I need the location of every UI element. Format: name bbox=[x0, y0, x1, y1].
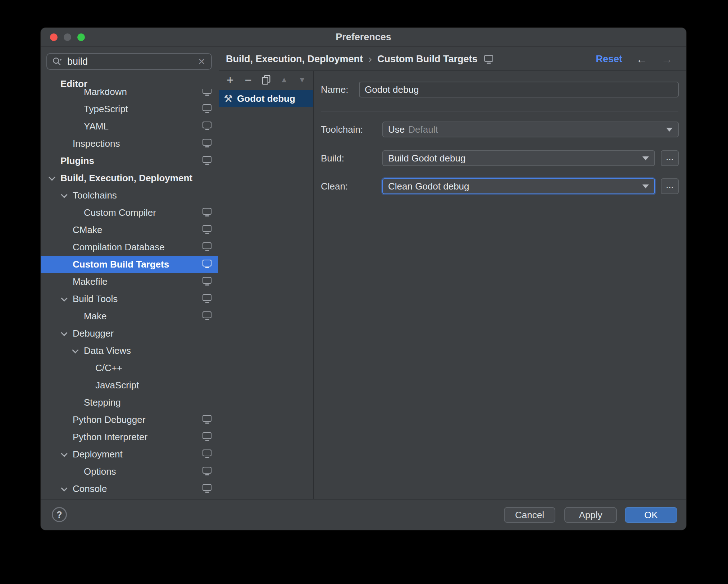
sidebar-item-javascript[interactable]: JavaScript bbox=[41, 377, 218, 394]
chevron-down-icon[interactable] bbox=[61, 329, 67, 336]
sidebar-item-toolchains[interactable]: Toolchains bbox=[41, 187, 218, 204]
sidebar-item-label: CMake bbox=[73, 221, 102, 238]
sidebar-item-data-views[interactable]: Data Views bbox=[41, 342, 218, 359]
monitor-icon bbox=[484, 55, 493, 62]
monitor-icon bbox=[203, 225, 211, 232]
sidebar-item-label: YAML bbox=[84, 118, 109, 135]
close-button[interactable] bbox=[50, 33, 58, 41]
clean-label: Clean: bbox=[321, 178, 348, 194]
zoom-button[interactable] bbox=[77, 33, 85, 41]
header-actions: Reset ← → bbox=[596, 47, 673, 71]
build-more-button[interactable]: ... bbox=[661, 150, 679, 166]
sidebar-item-label: Console bbox=[73, 480, 107, 497]
dialog-footer: ? Cancel Apply OK bbox=[41, 499, 686, 530]
clear-search-icon[interactable]: ✕ bbox=[196, 56, 207, 67]
back-arrow-icon[interactable]: ← bbox=[636, 53, 647, 65]
sidebar-item-label: Debugger bbox=[73, 325, 114, 342]
ok-button[interactable]: OK bbox=[625, 507, 677, 523]
chevron-down-icon bbox=[642, 156, 649, 160]
sidebar-item-c-c[interactable]: C/C++ bbox=[41, 359, 218, 377]
breadcrumb-parent[interactable]: Build, Execution, Deployment bbox=[226, 54, 363, 65]
target-list-toolbar: +−▲▼ bbox=[219, 71, 313, 89]
monitor-icon bbox=[203, 277, 211, 284]
target-list-item-label: Godot debug bbox=[237, 93, 295, 104]
sidebar-item-label: Data Views bbox=[84, 342, 131, 359]
monitor-icon bbox=[203, 467, 211, 474]
move-up-icon[interactable]: ▲ bbox=[276, 72, 292, 88]
move-down-icon[interactable]: ▼ bbox=[294, 72, 310, 88]
monitor-icon bbox=[203, 208, 211, 215]
sidebar-item-python-interpreter[interactable]: Python Interpreter bbox=[41, 428, 218, 446]
sidebar-sticky-header-editor[interactable]: Editor bbox=[41, 71, 218, 89]
add-icon[interactable]: + bbox=[222, 72, 238, 88]
breadcrumb-current[interactable]: Custom Build Targets bbox=[377, 54, 478, 65]
sidebar-item-console[interactable]: Console bbox=[41, 480, 218, 497]
settings-tree: MarkdownTypeScriptYAMLInspectionsPlugins… bbox=[41, 83, 218, 497]
clean-select[interactable]: Clean Godot debug bbox=[382, 178, 655, 194]
chevron-down-icon[interactable] bbox=[61, 191, 67, 198]
sidebar-item-debugger[interactable]: Debugger bbox=[41, 325, 218, 342]
window-title: Preferences bbox=[41, 28, 686, 47]
sidebar-item-custom-build-targets[interactable]: Custom Build Targets bbox=[41, 256, 218, 273]
sidebar-item-options[interactable]: Options bbox=[41, 463, 218, 480]
name-input[interactable] bbox=[359, 82, 679, 97]
target-list-item-godot-debug[interactable]: ⚒Godot debug bbox=[219, 90, 313, 107]
target-settings-form: Name: Toolchain: Use Default Build: Buil… bbox=[314, 71, 686, 499]
sidebar-item-label: JavaScript bbox=[95, 377, 139, 394]
sidebar-item-label: Makefile bbox=[73, 273, 108, 290]
build-targets-panel: +−▲▼ ⚒Godot debug bbox=[219, 71, 314, 499]
traffic-lights bbox=[50, 28, 85, 47]
sidebar-item-label: Python Debugger bbox=[73, 411, 145, 428]
sidebar-item-build-tools[interactable]: Build Tools bbox=[41, 290, 218, 307]
search-box[interactable]: ✕ bbox=[46, 53, 212, 70]
sidebar-item-typescript[interactable]: TypeScript bbox=[41, 100, 218, 118]
build-select[interactable]: Build Godot debug bbox=[382, 150, 655, 166]
sidebar-item-label: Options bbox=[84, 463, 116, 480]
chevron-down-icon[interactable] bbox=[61, 450, 67, 457]
sidebar-item-yaml[interactable]: YAML bbox=[41, 118, 218, 135]
cancel-button[interactable]: Cancel bbox=[504, 507, 555, 523]
monitor-icon bbox=[203, 242, 211, 249]
monitor-icon bbox=[203, 260, 211, 266]
monitor-icon bbox=[203, 139, 211, 146]
apply-button[interactable]: Apply bbox=[564, 507, 617, 523]
chevron-down-icon[interactable] bbox=[61, 485, 67, 491]
preferences-window: Preferences ✕ MarkdownTypeScriptYAMLInsp… bbox=[41, 28, 686, 530]
sidebar-item-makefile[interactable]: Makefile bbox=[41, 273, 218, 290]
sidebar-item-compilation-database[interactable]: Compilation Database bbox=[41, 238, 218, 256]
sidebar-item-build-execution-deployment[interactable]: Build, Execution, Deployment bbox=[41, 169, 218, 187]
sidebar-item-label: Deployment bbox=[73, 446, 123, 463]
sidebar-item-custom-compiler[interactable]: Custom Compiler bbox=[41, 204, 218, 221]
sidebar-item-label: Toolchains bbox=[73, 187, 117, 204]
titlebar[interactable]: Preferences bbox=[41, 28, 686, 47]
help-button[interactable]: ? bbox=[52, 507, 67, 522]
sidebar-item-plugins[interactable]: Plugins bbox=[41, 152, 218, 169]
hammer-wrench-icon: ⚒ bbox=[224, 93, 233, 105]
sidebar-item-deployment[interactable]: Deployment bbox=[41, 446, 218, 463]
chevron-down-icon[interactable] bbox=[72, 347, 78, 353]
sidebar-item-label: Build, Execution, Deployment bbox=[60, 169, 192, 187]
sidebar-item-label: Plugins bbox=[60, 152, 94, 169]
reset-link[interactable]: Reset bbox=[596, 54, 622, 65]
target-list: ⚒Godot debug bbox=[219, 90, 313, 107]
sidebar-item-cmake[interactable]: CMake bbox=[41, 221, 218, 238]
sidebar-item-label: Compilation Database bbox=[73, 238, 165, 256]
chevron-down-icon[interactable] bbox=[61, 295, 67, 301]
copy-icon[interactable] bbox=[258, 72, 274, 88]
remove-icon[interactable]: − bbox=[240, 72, 256, 88]
sidebar-item-make[interactable]: Make bbox=[41, 307, 218, 325]
minimize-button[interactable] bbox=[64, 33, 71, 41]
clean-more-button[interactable]: ... bbox=[661, 178, 679, 194]
sidebar-item-stepping[interactable]: Stepping bbox=[41, 394, 218, 411]
content-header: Build, Execution, Deployment › Custom Bu… bbox=[219, 47, 686, 71]
breadcrumb: Build, Execution, Deployment › Custom Bu… bbox=[226, 47, 493, 71]
build-select-value: Build Godot debug bbox=[388, 153, 465, 164]
chevron-down-icon bbox=[642, 184, 649, 188]
sidebar-item-inspections[interactable]: Inspections bbox=[41, 135, 218, 152]
chevron-down-icon[interactable] bbox=[49, 174, 55, 181]
sidebar-item-python-debugger[interactable]: Python Debugger bbox=[41, 411, 218, 428]
search-input[interactable] bbox=[67, 56, 196, 68]
breadcrumb-separator-icon: › bbox=[368, 53, 372, 65]
toolchain-select[interactable]: Use Default bbox=[382, 122, 679, 137]
forward-arrow-icon[interactable]: → bbox=[661, 53, 673, 65]
